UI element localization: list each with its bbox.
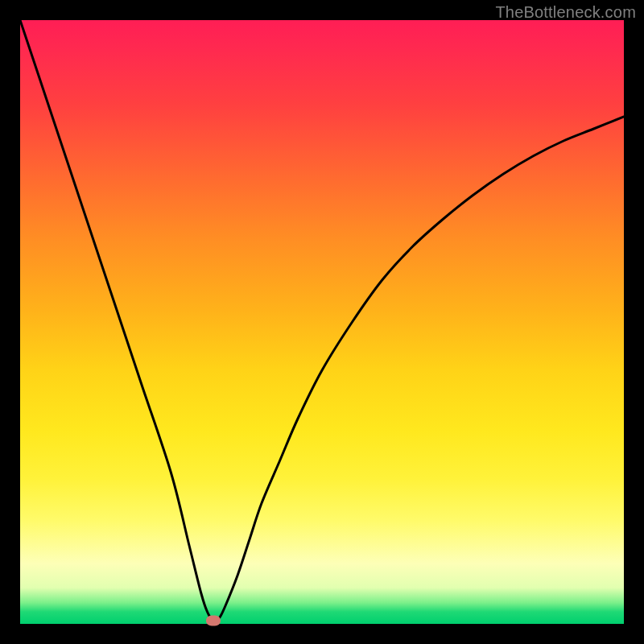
bottleneck-curve xyxy=(20,20,624,624)
watermark-text: TheBottleneck.com xyxy=(495,3,636,22)
plot-area xyxy=(20,20,624,624)
chart-frame: TheBottleneck.com xyxy=(0,0,644,644)
optimal-point-marker xyxy=(206,616,221,626)
